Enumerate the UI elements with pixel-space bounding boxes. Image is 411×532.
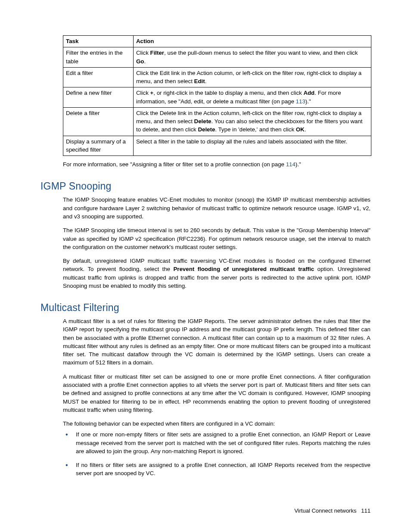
table-row: Display a summary of a specified filter … (63, 136, 371, 156)
list-item: If one or more non-empty filters or filt… (63, 430, 371, 455)
body-paragraph: The following behavior can be expected w… (63, 420, 371, 428)
page-link[interactable]: 113 (296, 98, 305, 105)
bullet-list: If one or more non-empty filters or filt… (63, 430, 371, 477)
action-cell: Click the Edit link in the Action column… (134, 67, 371, 87)
table-row: Define a new filter Click +, or right-cl… (63, 87, 371, 108)
task-cell: Define a new filter (63, 87, 134, 108)
heading-multicast-filtering: Multicast Filtering (40, 302, 371, 314)
action-cell: Click Filter, use the pull-down menus to… (134, 47, 371, 68)
body-paragraph: The IGMP Snooping feature enables VC-Ene… (63, 196, 371, 221)
task-cell: Delete a filter (63, 107, 134, 136)
table-footnote: For more information, see "Assigning a f… (63, 160, 371, 168)
table-header-task: Task (63, 36, 134, 47)
table-row: Filter the entries in the table Click Fi… (63, 47, 371, 68)
task-cell: Display a summary of a specified filter (63, 136, 134, 156)
task-cell: Filter the entries in the table (63, 47, 134, 68)
heading-igmp-snooping: IGMP Snooping (40, 180, 371, 192)
body-paragraph: By default, unregistered IGMP multicast … (63, 257, 371, 290)
task-action-table: Task Action Filter the entries in the ta… (63, 35, 371, 156)
footer-page-number: 111 (361, 507, 371, 514)
task-cell: Edit a filter (63, 67, 134, 87)
page-footer: Virtual Connect networks 111 (294, 507, 371, 514)
body-paragraph: The IGMP Snooping idle timeout interval … (63, 226, 371, 251)
action-cell: Click +, or right-click in the table to … (134, 87, 371, 108)
footer-section: Virtual Connect networks (294, 507, 356, 514)
list-item: If no filters or filter sets are assigne… (63, 461, 371, 478)
table-row: Edit a filter Click the Edit link in the… (63, 67, 371, 87)
table-header-action: Action (134, 36, 371, 47)
table-row: Delete a filter Click the Delete link in… (63, 107, 371, 136)
action-cell: Click the Delete link in the Action colu… (134, 107, 371, 136)
body-paragraph: A multicast filter is a set of rules for… (63, 317, 371, 367)
action-cell: Select a filter in the table to display … (134, 136, 371, 156)
page-link[interactable]: 114 (286, 161, 296, 168)
body-paragraph: A multicast filter or multicast filter s… (63, 373, 371, 414)
